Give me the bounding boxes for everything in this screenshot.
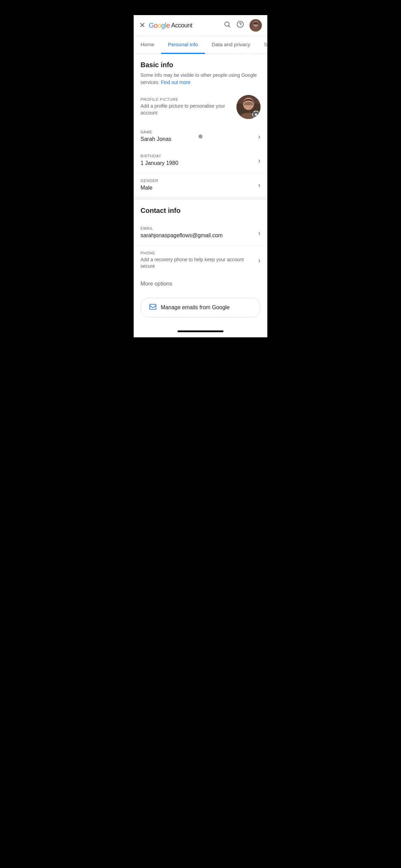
- find-out-more-link[interactable]: Find out more: [161, 80, 190, 85]
- profile-pic-info: PROFILE PICTURE Add a profile picture to…: [141, 97, 236, 116]
- svg-line-1: [229, 26, 230, 27]
- basic-info-title: Basic info: [141, 61, 260, 69]
- section-divider: [134, 197, 267, 200]
- manage-emails-icon: [149, 303, 157, 312]
- google-o1-letter: o: [154, 22, 158, 29]
- birthday-label: BIRTHDAY: [141, 154, 258, 158]
- profile-avatar: [236, 95, 260, 119]
- manage-emails-button[interactable]: Manage emails from Google: [141, 298, 260, 317]
- birthday-value: 1 January 1980: [141, 159, 258, 167]
- phone-label: PHONE: [141, 251, 258, 255]
- profile-pic-desc: Add a profile picture to personalise you…: [141, 103, 236, 116]
- gender-value: Male: [141, 184, 258, 192]
- gender-row[interactable]: GENDER Male ›: [134, 173, 267, 197]
- name-label: NAME: [141, 130, 258, 134]
- tab-personal-info[interactable]: Personal info: [161, 36, 205, 54]
- search-icon[interactable]: [223, 21, 231, 30]
- basic-info-section-header: Basic info Some info may be visible to o…: [134, 54, 267, 89]
- home-indicator: [134, 326, 267, 337]
- email-chevron-icon: ›: [258, 229, 260, 237]
- phone-info: PHONE Add a recovery phone to help keep …: [141, 251, 258, 270]
- contact-info-section-header: Contact info: [134, 200, 267, 221]
- profile-pic-label: PROFILE PICTURE: [141, 97, 236, 101]
- email-row[interactable]: EMAIL sarahjonaspageflows@gmail.com ›: [134, 221, 267, 245]
- account-text: Account: [171, 22, 193, 29]
- app-header: ✕ Google Account: [134, 15, 267, 36]
- google-g2-letter: g: [161, 22, 165, 29]
- header-left: ✕ Google Account: [139, 21, 192, 30]
- birthday-info: BIRTHDAY 1 January 1980: [141, 154, 258, 167]
- tab-security[interactable]: Sec: [257, 36, 267, 54]
- home-bar: [178, 330, 223, 332]
- nav-tabs: Home Personal info Data and privacy Sec: [134, 36, 267, 54]
- google-e-letter: e: [166, 22, 170, 29]
- dot-indicator: [198, 134, 203, 138]
- help-icon[interactable]: [236, 21, 244, 30]
- google-g-letter: G: [149, 22, 154, 29]
- phone-row[interactable]: PHONE Add a recovery phone to help keep …: [134, 245, 267, 275]
- gender-info: GENDER Male: [141, 179, 258, 192]
- basic-info-subtitle: Some info may be visible to other people…: [141, 72, 260, 86]
- page-content: Basic info Some info may be visible to o…: [134, 54, 267, 317]
- tab-home[interactable]: Home: [134, 36, 161, 54]
- tab-data-privacy[interactable]: Data and privacy: [205, 36, 257, 54]
- contact-info-title: Contact info: [141, 207, 260, 215]
- status-bar: [134, 0, 267, 15]
- manage-emails-label: Manage emails from Google: [161, 304, 230, 311]
- email-value: sarahjonaspageflows@gmail.com: [141, 232, 258, 239]
- email-info: EMAIL sarahjonaspageflows@gmail.com: [141, 226, 258, 239]
- svg-rect-11: [150, 304, 156, 309]
- gender-label: GENDER: [141, 179, 258, 183]
- birthday-chevron-icon: ›: [258, 157, 260, 165]
- avatar[interactable]: [250, 19, 262, 32]
- phone-chevron-icon: ›: [258, 256, 260, 264]
- header-right: [223, 19, 262, 32]
- gender-chevron-icon: ›: [258, 181, 260, 189]
- google-o2-letter: o: [158, 22, 161, 29]
- more-options[interactable]: More options: [134, 275, 267, 292]
- phone-description: Add a recovery phone to help keep your a…: [141, 256, 258, 270]
- google-logo: Google Account: [149, 22, 192, 29]
- name-row[interactable]: NAME Sarah Jonas ›: [134, 124, 267, 148]
- profile-picture-row[interactable]: PROFILE PICTURE Add a profile picture to…: [134, 89, 267, 124]
- email-label: EMAIL: [141, 226, 258, 230]
- svg-point-0: [225, 22, 229, 26]
- name-chevron-icon: ›: [258, 133, 260, 141]
- camera-icon: [252, 111, 260, 118]
- close-icon[interactable]: ✕: [139, 21, 145, 30]
- birthday-row[interactable]: BIRTHDAY 1 January 1980 ›: [134, 148, 267, 173]
